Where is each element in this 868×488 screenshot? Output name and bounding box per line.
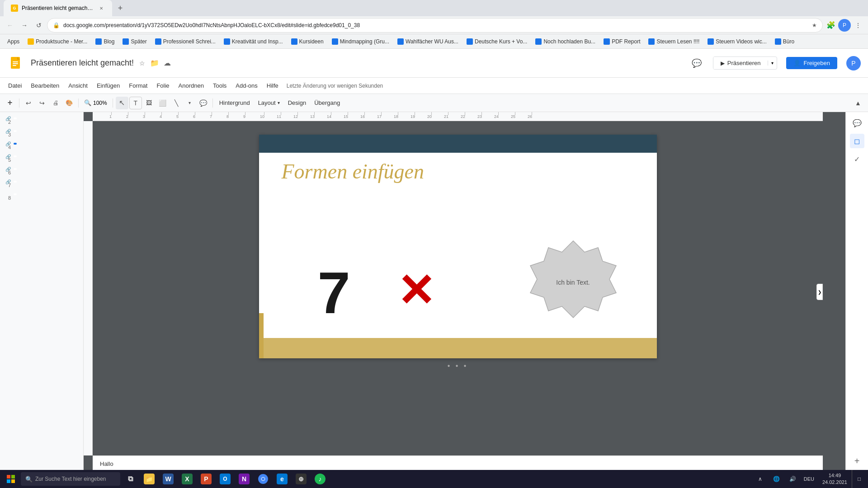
comment-panel-icon[interactable]: 💬	[850, 116, 864, 130]
print-button[interactable]: 🖨	[49, 97, 62, 109]
slide-item-6[interactable]: 6 🔗	[0, 166, 83, 177]
comment-button[interactable]: 💬	[689, 56, 704, 70]
check-icon[interactable]: ✓	[850, 152, 864, 166]
line-dropdown[interactable]: ▾	[184, 97, 196, 109]
slide-thumb-2[interactable]	[14, 117, 17, 119]
collapse-right-panel-button[interactable]: ❯	[816, 284, 823, 300]
bookmarks-apps[interactable]: Apps	[4, 38, 23, 46]
menu-einfugen[interactable]: Einfügen	[92, 80, 124, 91]
windows-start-button[interactable]	[2, 470, 20, 488]
bookmark-kreativitat[interactable]: Kreativität und Insp...	[220, 38, 287, 46]
back-button[interactable]: ←	[4, 19, 16, 32]
collapse-panel-button[interactable]: ▲	[852, 97, 864, 109]
bookmark-spater[interactable]: Später	[119, 38, 150, 46]
bookmark-produktsuche[interactable]: Produktsuche - Mer...	[24, 38, 91, 46]
bookmark-wahlf[interactable]: Wahlfächer WU Aus...	[394, 38, 462, 46]
address-bar[interactable]: 🔒 docs.google.com/presentation/d/1yV372S…	[47, 18, 823, 33]
slide-thumb-5[interactable]: Ich bin Text	[14, 155, 17, 157]
network-icon[interactable]: 🌐	[769, 470, 784, 488]
share-button[interactable]: 👤 Freigeben	[786, 57, 837, 69]
slide-thumb-4[interactable]: Formen einfügen 7 ✕	[14, 143, 17, 145]
slide-item-2[interactable]: 2 🔗	[0, 116, 83, 127]
cloud-button[interactable]: ☁	[163, 59, 172, 68]
bookmark-hochladen[interactable]: Noch hochladen Bu...	[532, 38, 599, 46]
redo-button[interactable]: ↪	[36, 97, 48, 109]
new-tab-button[interactable]: +	[114, 2, 127, 14]
slide-title[interactable]: Formen einfügen	[282, 160, 425, 183]
design-dropdown[interactable]: Design	[284, 98, 310, 108]
taskbar-explorer[interactable]: 📁	[140, 470, 158, 488]
profile-button[interactable]: P	[838, 19, 851, 32]
taskbar-edge[interactable]: e	[273, 470, 291, 488]
cursor-tool[interactable]: ↖	[116, 97, 128, 109]
menu-datei[interactable]: Datei	[4, 80, 26, 91]
bookmark-steuern-videos[interactable]: Steuern Videos wic...	[704, 38, 770, 46]
menu-anordnen[interactable]: Anordnen	[174, 80, 208, 91]
star-button[interactable]: ☆	[137, 59, 146, 68]
bookmark-professionell[interactable]: Professionell Schrei...	[151, 38, 219, 46]
menu-ansicht[interactable]: Ansicht	[64, 80, 92, 91]
volume-icon[interactable]: 🔊	[786, 470, 800, 488]
transition-dropdown[interactable]: Übergang	[311, 98, 344, 108]
slide-item-4[interactable]: 4 🔗 Formen einfügen 7 ✕	[0, 141, 83, 152]
slide-item-7[interactable]: 7 🔗 Erste Folie – Beispiel	[0, 179, 83, 190]
layout-dropdown[interactable]: Layout ▾	[255, 98, 283, 108]
polygon-shape[interactable]: Ich bin Text.	[528, 236, 618, 328]
bookmark-blog[interactable]: Blog	[92, 38, 118, 46]
reload-button[interactable]: ↺	[33, 19, 45, 32]
slide-thumb-8[interactable]	[14, 193, 17, 195]
slide-thumb-7[interactable]: Erste Folie – Beispiel	[14, 181, 17, 183]
folder-button[interactable]: 📁	[150, 59, 159, 68]
menu-folie[interactable]: Folie	[152, 80, 174, 91]
menu-addons[interactable]: Add-ons	[231, 80, 262, 91]
taskbar-app10[interactable]: ♪	[311, 470, 329, 488]
menu-format[interactable]: Format	[124, 80, 152, 91]
bookmark-pdf[interactable]: PDF Report	[600, 38, 644, 46]
slide-thumb-3[interactable]: Formen einfügen 7 ✕	[14, 130, 17, 132]
extensions-button[interactable]: 🧩	[825, 19, 837, 32]
line-tool[interactable]: ╲	[170, 97, 183, 109]
taskbar-app9[interactable]: ⊕	[292, 470, 310, 488]
menu-tools[interactable]: Tools	[208, 80, 231, 91]
taskbar-chrome[interactable]	[254, 470, 272, 488]
taskbar-powerpoint[interactable]: P	[197, 470, 215, 488]
taskbar-search-bar[interactable]: 🔍 Zur Suche Text hier eingeben	[21, 472, 120, 486]
slide-item-3[interactable]: 3 🔗 Formen einfügen 7 ✕	[0, 128, 83, 139]
paint-format-button[interactable]: 🎨	[63, 97, 75, 109]
taskbar-word[interactable]: W	[159, 470, 177, 488]
zoom-control[interactable]: 🔍 100%	[81, 99, 110, 107]
more-button[interactable]: ⋮	[852, 19, 864, 32]
text-tool[interactable]: T	[129, 97, 142, 109]
present-dropdown[interactable]: ▾	[768, 61, 777, 66]
show-desktop-button[interactable]: □	[852, 470, 866, 488]
bookmark-steuern-lesen[interactable]: Steuern Lesen !!!!	[645, 38, 703, 46]
bookmark-kursideen[interactable]: Kursideen	[288, 38, 327, 46]
present-button[interactable]: ▶ Präsentieren	[713, 57, 768, 69]
menu-bearbeiten[interactable]: Bearbeiten	[26, 80, 64, 91]
presentation-title[interactable]: Präsentieren leicht gemacht!	[31, 58, 134, 68]
active-tab[interactable]: G Präsentieren leicht gemacht! - C... ✕	[4, 0, 112, 16]
slide-item-8[interactable]: 8	[0, 192, 83, 202]
taskbar-outlook[interactable]: O	[216, 470, 234, 488]
bookmark-buro[interactable]: Büro	[771, 38, 798, 46]
toolbar-add-button[interactable]: +	[4, 97, 16, 109]
bookmark-mindmapping[interactable]: Mindmapping (Gru...	[328, 38, 393, 46]
taskbar-onenote[interactable]: N	[235, 470, 253, 488]
bookmark-deutsche[interactable]: Deutsche Kurs + Vo...	[463, 38, 531, 46]
slide-item-5[interactable]: 5 🔗 Ich bin Text	[0, 154, 83, 164]
image-tool[interactable]: 🖼	[143, 97, 156, 109]
taskbar-excel[interactable]: X	[178, 470, 196, 488]
notes-area[interactable]: Hallo	[93, 455, 823, 472]
shapes-tool[interactable]: ⬜	[156, 97, 169, 109]
slide-x-shape[interactable]: ✕	[397, 268, 435, 313]
slide-canvas[interactable]: Formen einfügen 7 ✕ Ich bin Text.	[259, 135, 657, 358]
something-icon[interactable]: ◻	[850, 134, 864, 148]
background-dropdown[interactable]: Hintergrund	[216, 98, 254, 108]
polygon-text[interactable]: Ich bin Text.	[556, 279, 590, 286]
undo-button[interactable]: ↩	[22, 97, 35, 109]
slide-number-shape[interactable]: 7	[318, 263, 350, 322]
menu-hilfe[interactable]: Hilfe	[262, 80, 283, 91]
add-slide-icon[interactable]: +	[850, 454, 864, 468]
comment-tool[interactable]: 💬	[197, 97, 210, 109]
slide-viewport[interactable]: Formen einfügen 7 ✕ Ich bin Text.	[93, 121, 823, 472]
